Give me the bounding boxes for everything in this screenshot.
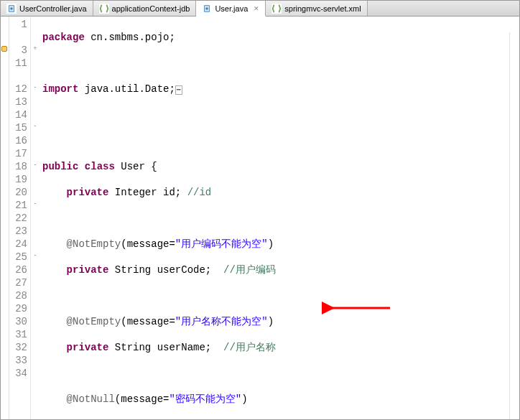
- tab-usercontroller[interactable]: UserController.java: [1, 1, 93, 16]
- fold-column[interactable]: +-----: [31, 17, 40, 419]
- kw: import: [42, 83, 78, 95]
- string: "用户编码不能为空": [175, 238, 268, 250]
- text: User {: [115, 161, 157, 172]
- editor-area[interactable]: 1311121314151617181920212223242526272829…: [1, 17, 519, 419]
- annotation: @NotEmpty: [67, 316, 121, 327]
- java-icon: [202, 4, 212, 14]
- annotation: @NotEmpty: [67, 238, 121, 250]
- tab-appcontext[interactable]: applicationContext-jdb: [93, 1, 197, 16]
- tab-label: springmvc-servlet.xml: [284, 4, 361, 13]
- kw: private: [67, 187, 109, 198]
- tab-label: applicationContext-jdb: [112, 4, 190, 13]
- overview-ruler[interactable]: [509, 32, 519, 419]
- code-content[interactable]: package cn.smbms.pojo; import java.util.…: [40, 17, 519, 419]
- text: ): [241, 393, 247, 405]
- tab-bar: UserController.java applicationContext-j…: [1, 1, 519, 17]
- tab-label: User.java: [215, 4, 248, 13]
- tab-user[interactable]: User.java ✕: [196, 1, 266, 17]
- kw: class: [85, 161, 115, 172]
- comment: //用户名称: [211, 342, 276, 353]
- close-icon[interactable]: ✕: [254, 5, 259, 12]
- xml-icon: [271, 4, 282, 14]
- svg-point-4: [206, 7, 209, 10]
- text: String: [108, 342, 151, 353]
- text: userName;: [151, 342, 211, 353]
- string: "用户名称不能为空": [175, 316, 268, 327]
- annotation: @NotNull: [67, 393, 115, 405]
- string: "密码不能为空": [169, 393, 241, 405]
- text: cn.smbms.pojo;: [85, 32, 175, 43]
- text: id;: [157, 187, 182, 198]
- kw: private: [67, 264, 109, 276]
- comment: //用户编码: [211, 264, 276, 276]
- text: (message=: [121, 316, 175, 327]
- text: ): [268, 316, 274, 327]
- text: java.util.Date;: [78, 83, 175, 95]
- kw: private: [67, 342, 109, 353]
- xml-icon: [99, 4, 109, 14]
- kw: public: [42, 161, 78, 172]
- text: String: [108, 264, 151, 276]
- kw: package: [42, 32, 85, 43]
- tab-label: UserController.java: [19, 4, 87, 13]
- warning-icon[interactable]: [1, 46, 7, 52]
- tab-springmvc[interactable]: springmvc-servlet.xml: [266, 1, 367, 16]
- annotation-ruler: [1, 17, 9, 419]
- comment: //id: [181, 187, 211, 198]
- java-icon: [6, 4, 17, 14]
- folded-indicator[interactable]: ⋯: [175, 85, 182, 95]
- text: ): [268, 238, 274, 250]
- line-numbers: 1311121314151617181920212223242526272829…: [9, 17, 31, 419]
- text: (message=: [121, 238, 175, 250]
- editor-window: UserController.java applicationContext-j…: [0, 0, 520, 420]
- text: (message=: [115, 393, 170, 405]
- text: Integer: [108, 187, 157, 198]
- svg-point-1: [10, 7, 13, 10]
- text: userCode;: [151, 264, 211, 276]
